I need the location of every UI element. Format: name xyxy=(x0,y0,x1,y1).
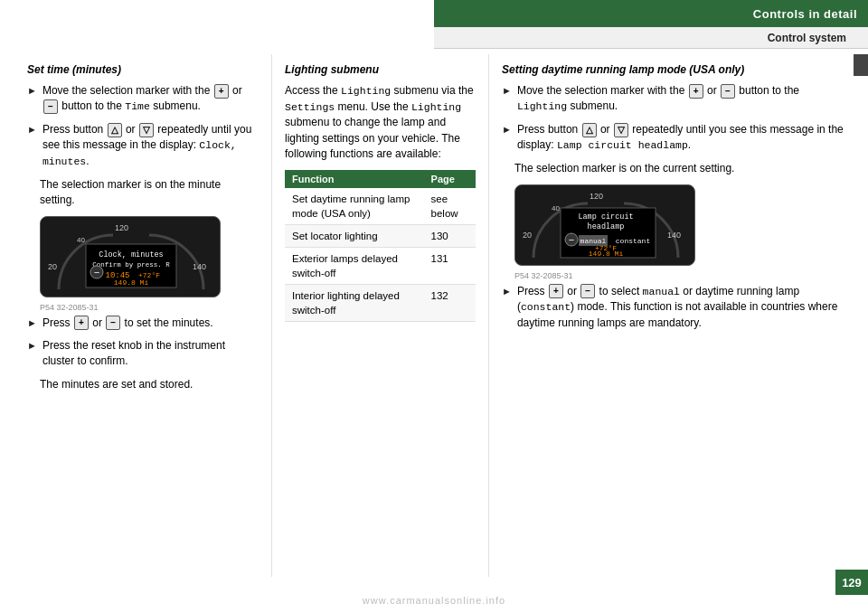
table-cell-page-3: 131 xyxy=(424,247,476,284)
svg-text:Clock, minutes: Clock, minutes xyxy=(99,250,163,259)
right-note-1: The selection marker is on the current s… xyxy=(514,161,850,176)
plus-icon-2: + xyxy=(74,316,89,330)
watermark: www.carmanualsonline.info xyxy=(363,595,505,606)
minus-icon-2: − xyxy=(106,316,120,330)
left-bullet-3: ► Press + or − to set the minutes. xyxy=(27,316,255,331)
right-plus-icon: + xyxy=(689,84,703,99)
lighting-sub-code: Lighting xyxy=(517,100,567,112)
left-bullet-4-text: Press the reset knob in the instrument c… xyxy=(42,338,255,370)
svg-text:−: − xyxy=(94,267,99,278)
svg-text:20: 20 xyxy=(523,231,532,240)
right-down-btn: ▽ xyxy=(614,123,628,137)
manual-code: manual xyxy=(643,286,680,297)
right-bullet-3: ► Press + or − to select manual or dayti… xyxy=(502,284,850,332)
right-bullet-arrow-2: ► xyxy=(502,123,512,137)
left-column: Set time (minutes) ► Move the selection … xyxy=(0,54,271,577)
cluster-caption-2: P54 32-2085-31 xyxy=(514,271,850,280)
middle-column: Lighting submenu Access the Lighting sub… xyxy=(271,54,488,577)
svg-text:120: 120 xyxy=(115,223,128,232)
cluster-svg-2: 20 140 120 40 Lamp circuit headlamp − ma… xyxy=(515,185,695,266)
left-note-1: The selection marker is on the minute se… xyxy=(40,177,255,209)
right-plus-icon-2: + xyxy=(549,284,563,298)
main-content: Set time (minutes) ► Move the selection … xyxy=(0,54,868,577)
left-note-2: The minutes are set and stored. xyxy=(40,377,255,392)
table-header-page: Page xyxy=(424,170,476,188)
table-header-function: Function xyxy=(285,170,424,188)
clock-code: Clock, minutes xyxy=(42,139,237,167)
svg-text:149.8 Mi: 149.8 Mi xyxy=(114,278,149,287)
svg-text:headlamp: headlamp xyxy=(588,222,625,231)
right-bullet-3-text: Press + or − to select manual or daytime… xyxy=(517,284,850,332)
svg-text:40: 40 xyxy=(77,236,85,244)
minus-icon: − xyxy=(43,99,58,114)
svg-text:Confirm by press. R: Confirm by press. R xyxy=(92,261,170,269)
left-section-title: Set time (minutes) xyxy=(27,63,255,76)
table-cell-page-2: 130 xyxy=(424,224,476,247)
header-bar: Controls in detail xyxy=(434,0,868,27)
svg-text:140: 140 xyxy=(667,231,681,240)
svg-text:149.8 Mi: 149.8 Mi xyxy=(589,250,624,258)
bullet-arrow-2: ► xyxy=(27,123,37,137)
table-cell-function-4: Interior lighting delayed switch-off xyxy=(285,284,424,321)
table-cell-function-1: Set daytime running lamp mode (USA only) xyxy=(285,188,424,225)
right-bullet-arrow-3: ► xyxy=(502,285,512,299)
lighting-code-1: Lighting xyxy=(341,85,391,97)
lighting-table: Function Page Set daytime running lamp m… xyxy=(285,170,476,323)
cluster-image-1: 20 140 120 40 Clock, minutes Confirm by … xyxy=(40,216,221,297)
svg-text:40: 40 xyxy=(552,204,560,212)
down-btn-icon: ▽ xyxy=(139,123,154,137)
svg-text:Lamp circuit: Lamp circuit xyxy=(578,212,633,222)
section-header: Control system xyxy=(434,27,868,49)
middle-section-title: Lighting submenu xyxy=(285,63,476,76)
table-row: Interior lighting delayed switch-off 132 xyxy=(285,284,476,321)
constant-code: constant xyxy=(521,301,571,313)
plus-icon: + xyxy=(214,84,229,99)
table-row: Set daytime running lamp mode (USA only)… xyxy=(285,188,476,225)
right-column: Setting daytime running lamp mode (USA o… xyxy=(488,54,868,577)
section-header-text: Control system xyxy=(768,32,846,44)
left-bullet-1: ► Move the selection marker with the + o… xyxy=(27,83,255,115)
svg-text:constant: constant xyxy=(616,237,650,245)
middle-intro: Access the Lighting submenu via the Sett… xyxy=(285,83,476,163)
table-cell-function-3: Exterior lamps delayed switch-off xyxy=(285,247,424,284)
right-bullet-arrow-1: ► xyxy=(502,84,512,99)
svg-text:140: 140 xyxy=(193,262,206,271)
right-section-title: Setting daytime running lamp mode (USA o… xyxy=(502,63,850,76)
cluster-image-2: 20 140 120 40 Lamp circuit headlamp − ma… xyxy=(514,184,695,266)
right-minus-icon: − xyxy=(721,84,735,99)
bullet-arrow-1: ► xyxy=(27,84,37,99)
header-title: Controls in detail xyxy=(753,7,857,21)
svg-text:120: 120 xyxy=(590,192,603,201)
lighting-code-2: Lighting xyxy=(411,101,461,113)
right-bullet-2-text: Press button △ or ▽ repeatedly until you… xyxy=(517,122,850,154)
left-bullet-1-text: Move the selection marker with the + or … xyxy=(42,83,255,115)
cluster-caption-1: P54 32-2085-31 xyxy=(40,303,255,312)
bullet-arrow-3: ► xyxy=(27,316,37,331)
right-bullet-1: ► Move the selection marker with the + o… xyxy=(502,83,850,115)
table-cell-function-2: Set locator lighting xyxy=(285,224,424,247)
left-bullet-4: ► Press the reset knob in the instrument… xyxy=(27,338,255,370)
table-row: Set locator lighting 130 xyxy=(285,224,476,247)
table-cell-page-4: 132 xyxy=(424,284,476,321)
table-row: Exterior lamps delayed switch-off 131 xyxy=(285,247,476,284)
left-bullet-2-text: Press button △ or ▽ repeatedly until you… xyxy=(42,122,255,170)
left-bullet-3-text: Press + or − to set the minutes. xyxy=(42,316,255,331)
svg-text:−: − xyxy=(569,234,574,245)
table-cell-page-1: see below xyxy=(424,188,476,225)
left-bullet-2: ► Press button △ or ▽ repeatedly until y… xyxy=(27,122,255,170)
svg-text:20: 20 xyxy=(48,262,57,271)
right-minus-icon-2: − xyxy=(580,284,595,298)
right-up-btn: △ xyxy=(582,123,597,137)
settings-code: Settings xyxy=(285,101,335,113)
right-bullet-2: ► Press button △ or ▽ repeatedly until y… xyxy=(502,122,850,154)
right-bullet-1-text: Move the selection marker with the + or … xyxy=(517,83,850,115)
lamp-circuit-code: Lamp circuit headlamp xyxy=(557,139,688,151)
up-btn-icon: △ xyxy=(108,123,122,137)
cluster-svg-1: 20 140 120 40 Clock, minutes Confirm by … xyxy=(41,217,221,297)
bullet-arrow-4: ► xyxy=(27,339,37,354)
time-code: Time xyxy=(125,100,150,112)
